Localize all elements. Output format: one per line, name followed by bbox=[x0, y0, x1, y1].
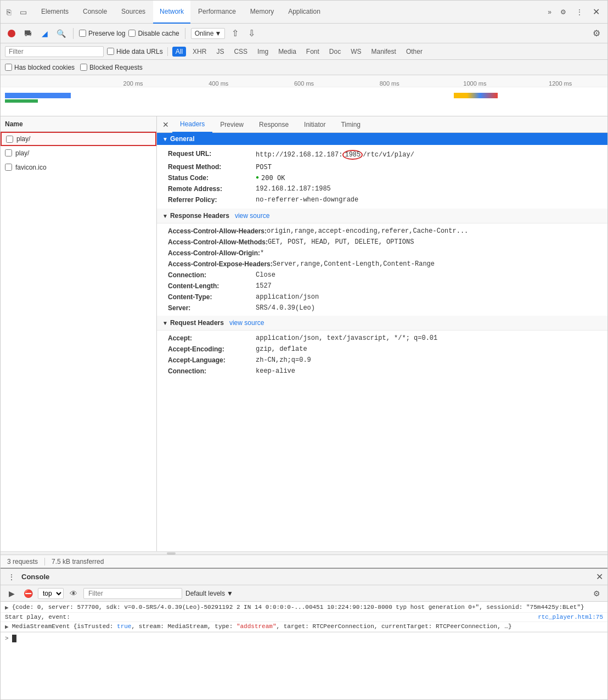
cursor-icon[interactable]: ⎘ bbox=[4, 7, 14, 17]
details-tab-initiator[interactable]: Initiator bbox=[296, 116, 333, 133]
console-arrow-0[interactable]: ▶ bbox=[5, 604, 9, 611]
blocked-requests-checkbox[interactable] bbox=[80, 64, 87, 71]
timeline-ruler: 200 ms 400 ms 600 ms 800 ms 1000 ms 1200… bbox=[1, 75, 607, 87]
tab-sources[interactable]: Sources bbox=[115, 1, 152, 24]
request-url-row: Request URL: http://192.168.12.187:1985/… bbox=[168, 148, 596, 161]
clear-button[interactable]: ⛟ bbox=[21, 27, 35, 40]
console-eye-icon[interactable]: 👁 bbox=[67, 587, 80, 600]
tick-800: 800 ms bbox=[347, 80, 432, 87]
request-item-favicon[interactable]: favicon.ico bbox=[1, 160, 156, 175]
has-blocked-cookies-text: Has blocked cookies bbox=[14, 64, 75, 71]
record-button[interactable] bbox=[5, 27, 18, 40]
console-filter-input[interactable] bbox=[83, 588, 182, 599]
resp-header-name-0: Access-Control-Allow-Headers: bbox=[168, 227, 267, 235]
filter-css[interactable]: CSS bbox=[230, 47, 251, 57]
settings-icon[interactable]: ⚙ bbox=[556, 4, 571, 20]
url-suffix: /rtc/v1/play/ bbox=[363, 151, 414, 159]
filter-js[interactable]: JS bbox=[213, 47, 227, 57]
request-item-play1[interactable]: play/ bbox=[1, 132, 156, 146]
hide-data-urls-label[interactable]: Hide data URLs bbox=[107, 48, 163, 55]
details-tab-response[interactable]: Response bbox=[251, 116, 296, 133]
filter-input[interactable] bbox=[5, 46, 104, 57]
tab-memory[interactable]: Memory bbox=[244, 1, 280, 24]
request-headers-section-header[interactable]: ▼ Request Headers view source bbox=[157, 316, 607, 331]
req-header-name-0: Accept: bbox=[168, 334, 256, 342]
remote-address-label: Remote Address: bbox=[168, 185, 256, 193]
disable-cache-label[interactable]: Disable cache bbox=[128, 30, 179, 37]
filter-media[interactable]: Media bbox=[275, 47, 300, 57]
scroll-thumb[interactable] bbox=[167, 552, 176, 555]
console-settings-icon[interactable]: ⚙ bbox=[590, 587, 603, 600]
has-blocked-cookies-label[interactable]: Has blocked cookies bbox=[5, 64, 75, 71]
filter-img[interactable]: Img bbox=[254, 47, 272, 57]
console-line-2: ▶ MediaStreamEvent {isTrusted: true, str… bbox=[1, 622, 607, 632]
request-checkbox-3[interactable] bbox=[5, 164, 12, 171]
str-addstream: "addstream" bbox=[237, 623, 277, 630]
request-headers-view-source[interactable]: view source bbox=[229, 319, 264, 327]
details-tab-preview[interactable]: Preview bbox=[212, 116, 251, 133]
preserve-log-label[interactable]: Preserve log bbox=[79, 30, 125, 37]
console-dots-icon[interactable]: ⋮ bbox=[5, 570, 18, 584]
request-header-row-3: Connection: keep-alive bbox=[168, 366, 596, 377]
tab-network[interactable]: Network bbox=[153, 1, 190, 24]
console-context-selector[interactable]: top bbox=[38, 588, 64, 599]
details-tab-timing[interactable]: Timing bbox=[333, 116, 368, 133]
default-levels-button[interactable]: Default levels ▼ bbox=[185, 590, 233, 597]
filter-ws[interactable]: WS bbox=[347, 47, 364, 57]
filter-other[interactable]: Other bbox=[403, 47, 426, 57]
filter-font[interactable]: Font bbox=[303, 47, 323, 57]
console-cursor[interactable] bbox=[12, 635, 16, 642]
hide-data-urls-text: Hide data URLs bbox=[116, 48, 163, 55]
close-devtools-icon[interactable]: ✕ bbox=[588, 2, 604, 21]
filter-xhr[interactable]: XHR bbox=[189, 47, 210, 57]
more-options-icon[interactable]: ⋮ bbox=[572, 4, 587, 20]
resp-header-value-2: * bbox=[260, 249, 264, 257]
response-headers-title: Response Headers bbox=[170, 212, 229, 220]
response-headers-view-source[interactable]: view source bbox=[235, 212, 269, 220]
response-header-row-4: Connection: Close bbox=[168, 270, 596, 281]
device-icon[interactable]: ▭ bbox=[18, 7, 28, 17]
response-headers-toggle: ▼ bbox=[162, 213, 168, 219]
console-block-icon[interactable]: ⛔ bbox=[21, 587, 35, 600]
online-label: Online bbox=[195, 30, 214, 37]
import-button[interactable]: ⇧ bbox=[228, 27, 241, 40]
tab-application[interactable]: Application bbox=[282, 1, 327, 24]
request-header-row-2: Accept-Language: zh-CN,zh;q=0.9 bbox=[168, 355, 596, 366]
network-settings-icon[interactable]: ⚙ bbox=[590, 27, 603, 40]
network-throttle-selector[interactable]: Online ▼ bbox=[191, 28, 226, 39]
req-header-value-3: keep-alive bbox=[256, 367, 295, 375]
console-execute-icon[interactable]: ▶ bbox=[5, 587, 18, 600]
more-tabs-icon[interactable]: » bbox=[544, 4, 555, 20]
preserve-log-text: Preserve log bbox=[88, 30, 125, 37]
request-checkbox-1[interactable] bbox=[6, 136, 13, 143]
blocked-requests-label[interactable]: Blocked Requests bbox=[80, 64, 143, 71]
search-button[interactable]: 🔍 bbox=[54, 27, 67, 40]
console-input-line: > bbox=[1, 632, 607, 645]
filter-button[interactable]: ◢ bbox=[38, 27, 51, 40]
filter-all[interactable]: All bbox=[172, 47, 186, 57]
hide-data-urls-checkbox[interactable] bbox=[107, 48, 114, 55]
tab-elements[interactable]: Elements bbox=[35, 1, 75, 24]
console-arrow-2[interactable]: ▶ bbox=[5, 623, 9, 630]
general-section-header[interactable]: ▼ General bbox=[157, 133, 607, 145]
data-transferred: 7.5 kB transferred bbox=[52, 558, 104, 565]
response-header-row-0: Access-Control-Allow-Headers: origin,ran… bbox=[168, 226, 596, 237]
details-tab-headers[interactable]: Headers bbox=[172, 116, 212, 133]
tab-performance[interactable]: Performance bbox=[192, 1, 243, 24]
requests-header: Name bbox=[1, 116, 156, 132]
preserve-log-checkbox[interactable] bbox=[79, 30, 86, 37]
disable-cache-checkbox[interactable] bbox=[128, 30, 136, 37]
details-close-icon[interactable]: ✕ bbox=[159, 118, 172, 131]
details-content: ▼ General Request URL: http://192.168.12… bbox=[157, 133, 607, 551]
response-headers-section-header[interactable]: ▼ Response Headers view source bbox=[157, 209, 607, 223]
has-blocked-cookies-checkbox[interactable] bbox=[5, 64, 12, 71]
filter-manifest[interactable]: Manifest bbox=[368, 47, 399, 57]
request-checkbox-2[interactable] bbox=[5, 149, 12, 156]
console-link-1[interactable]: rtc_player.html:75 bbox=[538, 614, 603, 620]
request-item-play2[interactable]: play/ bbox=[1, 146, 156, 160]
filter-doc[interactable]: Doc bbox=[326, 47, 344, 57]
throttle-dropdown-arrow: ▼ bbox=[215, 30, 221, 37]
console-close-icon[interactable]: ✕ bbox=[596, 572, 603, 582]
export-button[interactable]: ⇩ bbox=[245, 27, 258, 40]
tab-console[interactable]: Console bbox=[76, 1, 114, 24]
